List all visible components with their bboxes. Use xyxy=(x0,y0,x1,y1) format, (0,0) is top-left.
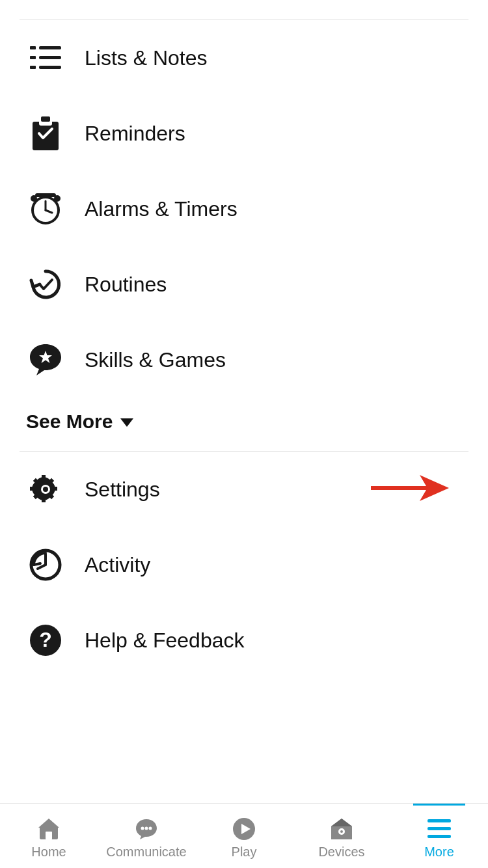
svg-rect-8 xyxy=(41,116,50,122)
svg-text:?: ? xyxy=(39,628,52,651)
svg-marker-26 xyxy=(38,819,59,828)
svg-rect-39 xyxy=(427,835,451,838)
svg-point-15 xyxy=(54,195,61,202)
svg-rect-13 xyxy=(35,193,56,197)
svg-marker-19 xyxy=(371,475,449,501)
menu-item-reminders[interactable]: Reminders xyxy=(0,96,488,171)
menu-list: Lists & Notes Reminders xyxy=(0,0,488,678)
nav-play[interactable]: Play xyxy=(195,804,293,868)
menu-item-routines[interactable]: Routines xyxy=(0,247,488,322)
devices-icon xyxy=(329,817,355,841)
svg-rect-38 xyxy=(427,827,451,830)
svg-point-18 xyxy=(43,487,48,492)
menu-item-lists-notes[interactable]: Lists & Notes xyxy=(0,20,488,96)
activity-label: Activity xyxy=(85,553,150,577)
routines-icon xyxy=(26,265,65,304)
skills-label: Skills & Games xyxy=(85,348,226,372)
svg-line-22 xyxy=(38,565,46,569)
nav-communicate[interactable]: Communicate xyxy=(98,804,195,868)
lists-notes-label: Lists & Notes xyxy=(85,46,208,70)
svg-rect-0 xyxy=(39,46,61,49)
alarm-icon xyxy=(26,189,65,228)
nav-communicate-label: Communicate xyxy=(106,845,186,860)
routines-label: Routines xyxy=(85,273,167,297)
reminders-label: Reminders xyxy=(85,122,185,146)
nav-more-label: More xyxy=(424,845,454,860)
activity-icon xyxy=(26,545,65,584)
nav-devices-label: Devices xyxy=(318,845,364,860)
menu-item-activity[interactable]: Activity xyxy=(0,527,488,603)
svg-rect-2 xyxy=(39,66,61,69)
svg-marker-34 xyxy=(331,819,352,826)
chevron-down-icon xyxy=(120,418,133,427)
reminders-icon xyxy=(26,114,65,153)
list-icon xyxy=(26,38,65,77)
menu-item-settings[interactable]: Settings xyxy=(0,452,488,527)
menu-item-alarms[interactable]: Alarms & Timers xyxy=(0,171,488,247)
skills-icon xyxy=(26,340,65,379)
nav-devices[interactable]: Devices xyxy=(293,804,390,868)
menu-item-skills[interactable]: Skills & Games xyxy=(0,322,488,398)
see-more-button[interactable]: See More xyxy=(0,398,488,451)
nav-more[interactable]: More xyxy=(390,804,488,868)
menu-item-help[interactable]: ? Help & Feedback xyxy=(0,603,488,678)
see-more-label: See More xyxy=(26,411,113,433)
svg-rect-37 xyxy=(427,819,451,822)
svg-point-28 xyxy=(141,827,144,830)
svg-rect-4 xyxy=(30,56,36,59)
svg-rect-27 xyxy=(46,832,52,839)
nav-home-label: Home xyxy=(31,845,66,860)
settings-label: Settings xyxy=(85,478,160,502)
communicate-icon xyxy=(133,817,159,841)
svg-rect-5 xyxy=(30,66,36,69)
help-label: Help & Feedback xyxy=(85,629,244,653)
svg-point-14 xyxy=(31,195,37,202)
svg-rect-3 xyxy=(30,46,36,49)
nav-play-label: Play xyxy=(232,845,257,860)
active-indicator xyxy=(413,804,465,806)
more-icon xyxy=(426,817,452,841)
arrow-indicator xyxy=(371,472,449,507)
settings-icon xyxy=(26,470,65,509)
play-icon xyxy=(231,817,257,841)
alarms-label: Alarms & Timers xyxy=(85,197,237,221)
svg-point-36 xyxy=(340,830,343,833)
help-icon: ? xyxy=(26,621,65,660)
home-icon xyxy=(36,817,62,841)
svg-point-29 xyxy=(145,827,148,830)
svg-point-30 xyxy=(149,827,152,830)
nav-home[interactable]: Home xyxy=(0,804,98,868)
bottom-nav: Home Communicate Play xyxy=(0,803,488,868)
svg-rect-1 xyxy=(39,56,61,59)
